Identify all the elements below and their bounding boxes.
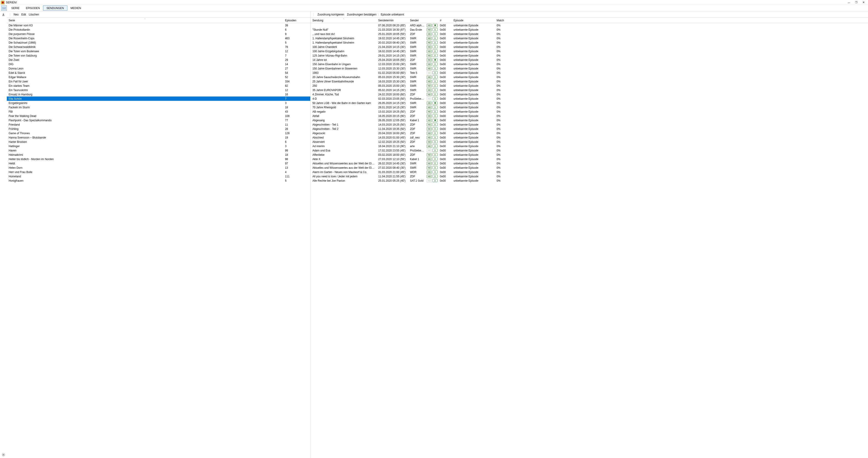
- right-toolbar-bestaetigen[interactable]: Zuordnungen bestätigen: [346, 13, 378, 16]
- broadcast-row[interactable]: Abgezockt20.04.2020 18:00 (60')ZDFHD0x00…: [310, 131, 868, 135]
- series-row[interactable]: Einsatz in Hamburg16: [7, 92, 310, 96]
- broadcast-row[interactable]: Aktuelles und Wissenswertes aus der Welt…: [310, 166, 868, 170]
- broadcast-row[interactable]: Adam und Eva17.02.2020 23:55 (45')ProSie…: [310, 148, 868, 152]
- series-row[interactable]: Honigfrauen5: [7, 178, 310, 183]
- series-row[interactable]: Fear the Walking Dead108: [7, 114, 310, 118]
- right-header-episode[interactable]: Episode: [452, 19, 495, 22]
- broadcast-row[interactable]: 150 Jahre Eisenbahnen in Slowenien12.03.…: [310, 66, 868, 70]
- series-row[interactable]: Edgar Wallace52: [7, 75, 310, 79]
- right-header-sendetermin[interactable]: Sendetermin: [376, 19, 408, 22]
- series-row[interactable]: Hattinger3: [7, 144, 310, 148]
- series-row[interactable]: Friesland11: [7, 122, 310, 127]
- series-row[interactable]: Die Schwarzwaldklinik78: [7, 45, 310, 49]
- series-row[interactable]: Haven99: [7, 148, 310, 152]
- series-row[interactable]: Die Rosenheim-Cops463: [7, 36, 310, 40]
- window-maximize-button[interactable]: ❐: [852, 0, 860, 5]
- series-row[interactable]: Donna Leon27: [7, 66, 310, 70]
- right-toolbar-korrigieren[interactable]: Zuordnung korrigieren: [316, 13, 345, 16]
- left-header-episoden[interactable]: Episoden: [283, 19, 310, 22]
- broadcast-row[interactable]: 150 Jahre Eisenbahn in Ungarn12.03.2020 …: [310, 62, 868, 66]
- series-row[interactable]: Frühling28: [7, 127, 310, 131]
- right-header-sendung[interactable]: ˆ Sendung: [310, 19, 376, 22]
- right-header-num[interactable]: #: [438, 19, 452, 22]
- series-row[interactable]: Ein Taunuskrimi12: [7, 88, 310, 92]
- menu-item-serie[interactable]: SERIE: [8, 5, 23, 11]
- broadcast-row[interactable]: 70 Jahre Rheingold28.01.2020 14:15 (30')…: [310, 105, 868, 110]
- series-row[interactable]: Ein starkes Team82: [7, 84, 310, 88]
- right-header-match[interactable]: Match: [495, 19, 868, 22]
- series-row[interactable]: Erzgebirgskrimi3: [7, 101, 310, 105]
- broadcast-row[interactable]: 20 Jahre Sauschwänzle-Museumsbahn05.03.2…: [310, 75, 868, 79]
- series-row[interactable]: Die Protokollantin6: [7, 27, 310, 32]
- window-close-button[interactable]: ✕: [860, 0, 867, 5]
- broadcast-row[interactable]: 07.06.2020 08:20 (85')ARD alpha ...HD0x0…: [310, 23, 868, 27]
- download-icon[interactable]: [1, 12, 6, 17]
- series-row[interactable]: Die Toten von Salzburg7: [7, 53, 310, 58]
- series-row[interactable]: Ella Schön7: [7, 96, 310, 101]
- broadcast-row[interactable]: 4-D02.03.2020 23:05 (50')ProSieben ...HD…: [310, 96, 868, 101]
- broadcast-row[interactable]: Abgesang26.05.2020 12:05 (55')Kabel 1HD0…: [310, 118, 868, 122]
- series-row[interactable]: Die Schatzinsel (1966)5: [7, 40, 310, 45]
- broadcast-row[interactable]: All you need is love / Jeder mit jedem11…: [310, 174, 868, 178]
- broadcast-row[interactable]: 100 Jahre Chanderli21.04.2020 14:15 (30'…: [310, 45, 868, 49]
- broadcast-row[interactable]: Abschied14.03.2020 01:00 (45')zdf_neoHD0…: [310, 135, 868, 140]
- broadcast-row[interactable]: 1. Hallendampfspektakel Sinsheim20.02.20…: [310, 40, 868, 45]
- broadcast-row[interactable]: Abserviert12.02.2020 19:25 (50')ZDFHD0x0…: [310, 140, 868, 144]
- broadcast-row[interactable]: 100 Jahre Erzgebirgsbahn18.02.2020 14:45…: [310, 49, 868, 53]
- left-toolbar-loeschen[interactable]: Löschen: [27, 13, 40, 16]
- broadcast-row[interactable]: 25005.03.2020 15:00 (30')SWRHD0x00unbeka…: [310, 84, 868, 88]
- broadcast-row[interactable]: AB negativ13.02.2020 19:25 (50')ZDFHD0x0…: [310, 110, 868, 114]
- right-header-sender[interactable]: Sender: [408, 19, 426, 22]
- series-row[interactable]: Die Zwei29: [7, 58, 310, 62]
- series-row[interactable]: Homeland111: [7, 174, 310, 178]
- menu-icon-button[interactable]: [1, 5, 7, 11]
- broadcast-row[interactable]: Akte X27.03.2020 12:10 (55')Kabel 1HD0x0…: [310, 157, 868, 161]
- series-row[interactable]: Ein Fall für zwei334: [7, 79, 310, 84]
- series-row[interactable]: Game of Thrones128: [7, 131, 310, 135]
- series-row[interactable]: Heimatkrimi18: [7, 152, 310, 157]
- broadcast-row[interactable]: 14 Jahre tot25.04.2020 18:05 (55')ZDFHD0…: [310, 58, 868, 62]
- right-table-body[interactable]: 07.06.2020 08:20 (85')ARD alpha ...HD0x0…: [310, 23, 868, 458]
- broadcast-row[interactable]: 35 Jahre EUROVAPOR05.02.2020 14:15 (35')…: [310, 88, 868, 92]
- series-row[interactable]: Heldt97: [7, 161, 310, 166]
- series-row[interactable]: DIG14: [7, 62, 310, 66]
- broadcast-row[interactable]: Alle Rechte bei Joe Paxton25.01.2020 05:…: [310, 178, 868, 183]
- left-toolbar-neu[interactable]: Neu: [12, 13, 20, 16]
- settings-gear-icon[interactable]: [1, 453, 6, 457]
- broadcast-row[interactable]: Alarm im Garten - Neues von Maulwurf & C…: [310, 170, 868, 174]
- series-row[interactable]: Flashpoint - Das Spezialkommando77: [7, 118, 310, 122]
- broadcast-row[interactable]: ...und raus bist du!25.01.2020 18:05 (55…: [310, 32, 868, 36]
- broadcast-row[interactable]: Abfall16.05.2020 20:15 (90')ZDFHD0x00unb…: [310, 114, 868, 118]
- menu-item-episoden[interactable]: EPISODEN: [23, 5, 43, 11]
- broadcast-row[interactable]: "Stunde Null"21.03.2020 18:30 (87')Das E…: [310, 27, 868, 32]
- series-row[interactable]: Herr und Frau Bulle4: [7, 170, 310, 174]
- broadcast-row[interactable]: 4 Zimmer, Küche, Tod24.02.2020 18:00 (60…: [310, 92, 868, 96]
- series-row[interactable]: Harter Brocken6: [7, 140, 310, 144]
- left-header-serie[interactable]: ˆ Serie: [7, 19, 283, 22]
- broadcast-row[interactable]: Ad interim16.04.2020 21:10 (90')arteHD0x…: [310, 144, 868, 148]
- series-row[interactable]: Helen Dorn13: [7, 166, 310, 170]
- broadcast-row[interactable]: 198301.02.2020 05:00 (60')Tele 5HD0x00un…: [310, 70, 868, 75]
- series-row[interactable]: Edel & Starck54: [7, 70, 310, 75]
- broadcast-row[interactable]: 125 Jahre Vitznau-Rigi-Bahn29.01.2020 14…: [310, 53, 868, 58]
- series-row[interactable]: Hanna Svensson – Blutsbande19: [7, 135, 310, 140]
- window-minimize-button[interactable]: ―: [845, 0, 852, 5]
- series-row[interactable]: Die purpurnen Flüsse9: [7, 32, 310, 36]
- broadcast-row[interactable]: Affenliebe03.02.2020 18:00 (60')ZDFHD0x0…: [310, 152, 868, 157]
- broadcast-row[interactable]: Aktuelles und Wissenswertes aus der Welt…: [310, 161, 868, 166]
- left-table-body[interactable]: Die Männer vom K339Die Protokollantin6Di…: [7, 23, 310, 458]
- broadcast-row[interactable]: 25 Jahre Ulmer Eisenbahnfreunde16.03.202…: [310, 79, 868, 84]
- broadcast-row[interactable]: Abgeschnitten - Teil 114.03.2020 19:25 (…: [310, 122, 868, 127]
- right-toolbar-unbekannt[interactable]: Episode unbekannt: [379, 13, 406, 16]
- series-row[interactable]: Heiter bis tödlich - Morden im Norden98: [7, 157, 310, 161]
- left-toolbar-edit[interactable]: Edit: [20, 13, 27, 16]
- broadcast-row[interactable]: 1. Hallendampfspektakel Sinsheim19.02.20…: [310, 36, 868, 40]
- menu-item-sendungen[interactable]: SENDUNGEN: [43, 5, 67, 11]
- series-row[interactable]: FBI43: [7, 110, 310, 114]
- broadcast-row[interactable]: 50 Jahre LGB - Wie die Bahn in den Garte…: [310, 101, 868, 105]
- broadcast-row[interactable]: Abgeschnitten - Teil 211.04.2020 19:35 (…: [310, 127, 868, 131]
- menu-item-medien[interactable]: MEDIEN: [67, 5, 84, 11]
- series-row[interactable]: Die Männer vom K339: [7, 23, 310, 27]
- series-row[interactable]: Die Toten vom Bodensee12: [7, 49, 310, 53]
- series-row[interactable]: Fackeln im Sturm18: [7, 105, 310, 110]
